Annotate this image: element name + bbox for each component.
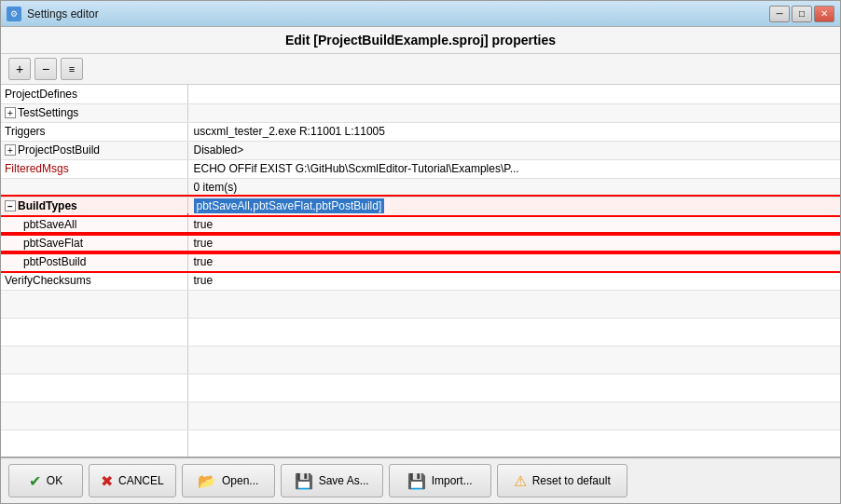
- window-title: Settings editor: [27, 7, 99, 20]
- table-row: 0 item(s): [1, 178, 840, 197]
- import-label: Import...: [432, 474, 473, 487]
- table-row[interactable]: pbtSaveFlat true: [1, 234, 840, 252]
- open-button[interactable]: 📂 Open...: [182, 464, 275, 497]
- row-name: [1, 178, 187, 197]
- reset-label: Reset to default: [532, 474, 611, 487]
- footer: ✔ OK ✖ CANCEL 📂 Open... 💾 Save As... 💾 I…: [1, 456, 840, 503]
- table-row[interactable]: pbtPostBuild true: [1, 252, 840, 271]
- row-name: ProjectDefines: [1, 85, 187, 103]
- footer-buttons: ✔ OK ✖ CANCEL 📂 Open... 💾 Save As... 💾 I…: [8, 464, 627, 497]
- add-button[interactable]: +: [8, 58, 31, 80]
- expandable-row: − BuildTypes: [5, 199, 184, 212]
- expand-icon[interactable]: +: [5, 144, 16, 156]
- row-value: [187, 85, 840, 103]
- reset-button[interactable]: ⚠ Reset to default: [497, 464, 627, 497]
- warning-icon: ⚠: [514, 472, 527, 490]
- import-icon: 💾: [407, 472, 426, 490]
- save-as-button[interactable]: 💾 Save As...: [281, 464, 383, 497]
- list-button[interactable]: ≡: [61, 58, 83, 80]
- open-label: Open...: [222, 474, 258, 487]
- save-as-label: Save As...: [319, 474, 369, 487]
- maximize-button[interactable]: □: [792, 6, 812, 22]
- title-bar: ⚙ Settings editor ─ □ ✕: [1, 1, 840, 27]
- row-value: true: [187, 234, 840, 252]
- open-icon: 📂: [198, 472, 216, 490]
- table-row[interactable]: pbtSaveAll true: [1, 215, 840, 234]
- app-icon: ⚙: [7, 7, 21, 21]
- row-name: VerifyChecksums: [1, 271, 187, 290]
- cancel-label: CANCEL: [118, 474, 164, 487]
- row-value: pbtSaveAll,pbtSaveFlat,pbtPostBuild]: [187, 197, 840, 215]
- ok-icon: ✔: [29, 472, 41, 490]
- table-row: [1, 374, 840, 402]
- expand-icon[interactable]: −: [5, 200, 16, 211]
- close-button[interactable]: ✕: [814, 6, 834, 22]
- cancel-button[interactable]: ✖ CANCEL: [89, 464, 176, 497]
- row-value: ECHO OFFif EXIST G:\GitHub\ScxmlEditor-T…: [187, 159, 840, 178]
- table-row[interactable]: ProjectDefines: [1, 85, 840, 103]
- content-area: Edit [ProjectBuildExample.sproj] propert…: [1, 27, 840, 456]
- ok-label: OK: [47, 474, 62, 487]
- table-row: [1, 402, 840, 429]
- table-row[interactable]: + ProjectPostBuild Disabled>: [1, 141, 840, 159]
- cancel-icon: ✖: [101, 472, 113, 490]
- ok-button[interactable]: ✔ OK: [8, 464, 83, 497]
- row-name: Triggers: [1, 122, 187, 141]
- table-row: [1, 429, 840, 456]
- row-name: pbtPostBuild: [1, 252, 187, 271]
- row-value: Disabled>: [187, 141, 840, 159]
- row-name: − BuildTypes: [1, 197, 187, 215]
- row-name: + ProjectPostBuild: [1, 141, 187, 159]
- selected-value: pbtSaveAll,pbtSaveFlat,pbtPostBuild]: [194, 198, 385, 213]
- table-row: [1, 318, 840, 346]
- row-name: pbtSaveFlat: [1, 234, 187, 252]
- toolbar: + − ≡: [1, 54, 840, 85]
- title-bar-left: ⚙ Settings editor: [7, 7, 99, 21]
- expandable-row: + TestSettings: [5, 106, 184, 119]
- window-controls: ─ □ ✕: [769, 6, 834, 22]
- table-row: [1, 346, 840, 374]
- row-value: true: [187, 271, 840, 290]
- row-name: + TestSettings: [1, 103, 187, 122]
- import-button[interactable]: 💾 Import...: [389, 464, 491, 497]
- table-row[interactable]: VerifyChecksums true: [1, 271, 840, 290]
- properties-table: ProjectDefines + TestSettings: [1, 85, 840, 456]
- row-name: pbtSaveAll: [1, 215, 187, 234]
- remove-button[interactable]: −: [34, 58, 57, 80]
- settings-editor-window: ⚙ Settings editor ─ □ ✕ Edit [ProjectBui…: [0, 0, 841, 504]
- expandable-row: + ProjectPostBuild: [5, 143, 184, 157]
- row-name: FilteredMsgs: [1, 159, 187, 178]
- main-title: Edit [ProjectBuildExample.sproj] propert…: [1, 27, 840, 54]
- row-value: [187, 103, 840, 122]
- table-row[interactable]: + TestSettings: [1, 103, 840, 122]
- row-value: true: [187, 252, 840, 271]
- row-value: uscxml_tester_2.exe R:11001 L:11005: [187, 122, 840, 141]
- table-row[interactable]: − BuildTypes pbtSaveAll,pbtSaveFlat,pbtP…: [1, 197, 840, 215]
- table-row[interactable]: Triggers uscxml_tester_2.exe R:11001 L:1…: [1, 122, 840, 141]
- expand-icon[interactable]: +: [5, 107, 16, 118]
- tree-table[interactable]: ProjectDefines + TestSettings: [1, 85, 840, 456]
- row-value: 0 item(s): [187, 178, 840, 197]
- save-icon: 💾: [295, 472, 313, 490]
- row-value: true: [187, 215, 840, 234]
- minimize-button[interactable]: ─: [769, 6, 790, 22]
- table-row[interactable]: FilteredMsgs ECHO OFFif EXIST G:\GitHub\…: [1, 159, 840, 178]
- table-row: [1, 290, 840, 318]
